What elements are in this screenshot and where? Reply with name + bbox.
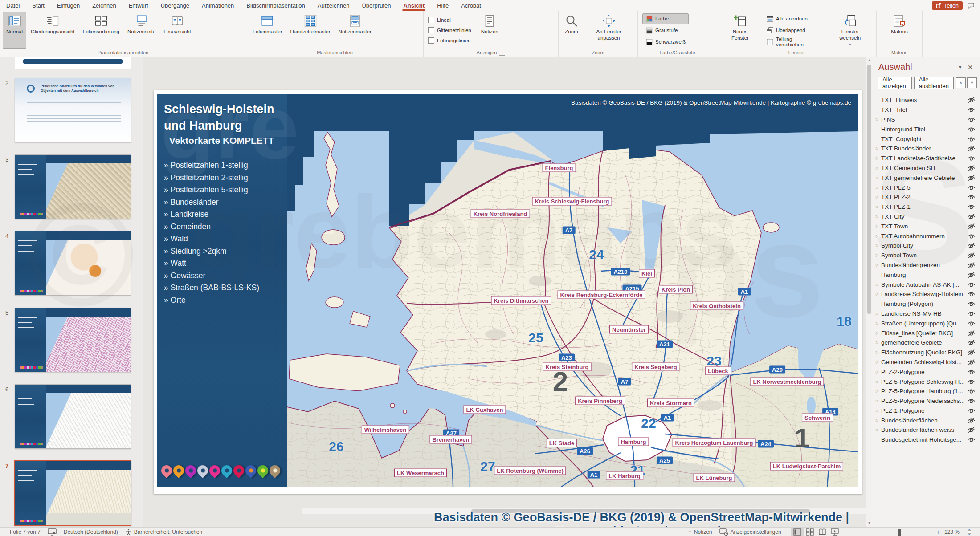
- expand-icon[interactable]: ▷: [876, 283, 881, 287]
- visibility-toggle[interactable]: [964, 427, 980, 433]
- visibility-toggle[interactable]: [964, 146, 980, 151]
- slide-indicator[interactable]: Folie 7 von 7: [6, 528, 44, 536]
- layer-item[interactable]: ▷ Bundesländerflächen: [872, 415, 980, 425]
- zoom-slider-thumb[interactable]: [898, 529, 901, 536]
- visibility-toggle[interactable]: [964, 379, 980, 385]
- slide-thumbnail[interactable]: Praktische ShortCuts für das Verwalten v…: [15, 154, 131, 219]
- display-settings-button[interactable]: Anzeigeeinstellungen: [716, 528, 785, 536]
- gridlines-checkbox[interactable]: Gitternetzlinien: [428, 26, 471, 35]
- expand-icon[interactable]: ▷: [876, 234, 881, 238]
- layer-item[interactable]: ▷ TXT gemeindefreie Gebiete: [872, 173, 980, 183]
- visibility-toggle[interactable]: [964, 282, 980, 288]
- slide-sorter-button[interactable]: Foliensortierung: [79, 12, 123, 49]
- outline-view-button[interactable]: Gliederungsansicht: [27, 12, 78, 49]
- expand-icon[interactable]: ▷: [876, 224, 881, 228]
- switch-windows-button[interactable]: Fenster wechseln⌄: [827, 12, 874, 49]
- layer-item[interactable]: ▷ Bundesländerflächen weiss: [872, 425, 980, 435]
- layer-item[interactable]: ▷ Symbol City: [872, 241, 980, 251]
- slide-thumbnail[interactable]: Praktische ShortCuts für das Verwalten v…: [15, 308, 131, 372]
- expand-icon[interactable]: ▷: [876, 205, 881, 209]
- hide-all-button[interactable]: Alle ausblenden: [914, 77, 954, 89]
- visibility-toggle[interactable]: [964, 272, 980, 278]
- visibility-toggle[interactable]: [964, 359, 980, 365]
- canvas-vertical-scrollbar[interactable]: ▲ ▼: [866, 57, 872, 527]
- visibility-toggle[interactable]: [964, 233, 980, 239]
- visibility-toggle[interactable]: [964, 321, 980, 326]
- slide-thumbnail-1-partial[interactable]: [15, 57, 131, 69]
- layer-item[interactable]: ▷ TXT_Copyright: [872, 134, 980, 144]
- black-white-button[interactable]: Schwarzweiß: [642, 37, 689, 47]
- visibility-toggle[interactable]: [964, 117, 980, 122]
- zoom-slider[interactable]: [856, 532, 932, 532]
- layer-item[interactable]: ▷ Flüsse_lines [Quelle: BKG]: [872, 328, 980, 338]
- fit-slide-button[interactable]: [963, 528, 976, 536]
- arrange-all-button[interactable]: Alle anordnen: [763, 13, 824, 24]
- zoom-in-icon[interactable]: +: [935, 528, 941, 536]
- visibility-toggle[interactable]: [964, 214, 980, 219]
- expand-icon[interactable]: ▷: [876, 399, 881, 403]
- language-indicator[interactable]: Deutsch (Deutschland): [60, 528, 122, 536]
- slide-thumbnail[interactable]: Praktische ShortCuts für das Verwalten v…: [15, 78, 131, 142]
- layer-item[interactable]: ▷ PLZ-1-Polygone: [872, 406, 980, 416]
- layer-item[interactable]: ▷ Landkreise Schleswig-Holstein: [872, 289, 980, 299]
- slide-sorter-toggle[interactable]: [804, 528, 816, 536]
- cascade-button[interactable]: Überlappend: [763, 25, 824, 36]
- layer-item[interactable]: ▷ Bundesgebiet mit Hoheitsge...: [872, 435, 980, 445]
- slide-thumbnail[interactable]: Praktische ShortCuts für das Verwalten v…: [14, 460, 131, 526]
- layer-item[interactable]: ▷ TXT PLZ-2: [872, 192, 980, 202]
- expand-icon[interactable]: ▷: [876, 350, 881, 354]
- visibility-toggle[interactable]: [964, 340, 980, 345]
- layer-item[interactable]: ▷ Straßen (Untergruppen) [Qu...: [872, 318, 980, 328]
- dialog-launcher-icon[interactable]: [499, 49, 505, 56]
- menu-tab[interactable]: Aufzeichnen: [311, 0, 356, 11]
- share-button[interactable]: Teilen: [932, 1, 963, 10]
- visibility-toggle[interactable]: [964, 291, 980, 297]
- menu-tab[interactable]: Start: [26, 0, 50, 11]
- slide-master-button[interactable]: Folienmaster: [249, 12, 286, 49]
- visibility-toggle[interactable]: [964, 398, 980, 404]
- notes-master-button[interactable]: Notizenmaster: [335, 12, 375, 49]
- comments-icon[interactable]: [967, 2, 975, 9]
- move-up-icon[interactable]: ∧: [956, 77, 966, 88]
- slide-thumbnail[interactable]: Praktische ShortCuts für das Verwalten v…: [15, 384, 131, 449]
- layer-item[interactable]: ▷ TXT City: [872, 212, 980, 222]
- move-split-button[interactable]: Teilung verschieben: [763, 37, 824, 47]
- expand-icon[interactable]: ▷: [876, 186, 881, 190]
- visibility-toggle[interactable]: [964, 165, 980, 171]
- grayscale-button[interactable]: Graustufe: [642, 25, 689, 36]
- show-all-button[interactable]: Alle anzeigen: [878, 77, 912, 89]
- menu-tab[interactable]: Datei: [0, 0, 26, 11]
- visibility-toggle[interactable]: [964, 262, 980, 268]
- menu-tab[interactable]: Ansicht: [397, 0, 431, 11]
- visibility-toggle[interactable]: [964, 223, 980, 229]
- layer-item[interactable]: ▷ Hamburg (Polygon): [872, 299, 980, 309]
- expand-icon[interactable]: ▷: [876, 176, 881, 180]
- fit-to-window-button[interactable]: An Fenster anpassen: [583, 12, 635, 49]
- guides-checkbox[interactable]: Führungslinien: [428, 36, 471, 45]
- layer-item[interactable]: ▷ TXT Bundesländer: [872, 144, 980, 154]
- reading-view-toggle[interactable]: [816, 528, 829, 536]
- visibility-toggle[interactable]: [964, 185, 980, 191]
- layer-item[interactable]: ▷ gemeindefreie Gebiete: [872, 338, 980, 348]
- layer-item[interactable]: ▷ Landkreise NS-MV-HB: [872, 309, 980, 319]
- expand-icon[interactable]: ▷: [876, 118, 881, 122]
- normal-view-toggle[interactable]: [791, 528, 804, 536]
- close-icon[interactable]: ✕: [964, 64, 976, 71]
- layer-item[interactable]: ▷ TXT Town: [872, 221, 980, 231]
- expand-icon[interactable]: ▷: [876, 263, 881, 267]
- menu-tab[interactable]: Animationen: [196, 0, 240, 11]
- expand-icon[interactable]: ▷: [876, 195, 881, 199]
- scrollbar-thumb[interactable]: [867, 65, 871, 314]
- spell-check-icon[interactable]: [44, 528, 60, 536]
- reading-view-button[interactable]: Leseansicht: [160, 12, 194, 49]
- expand-icon[interactable]: ▷: [876, 331, 881, 335]
- menu-tab[interactable]: Einfügen: [51, 0, 86, 11]
- expand-icon[interactable]: ▷: [876, 428, 881, 432]
- layer-item[interactable]: ▷ TXT Autobahnnummern: [872, 231, 980, 241]
- expand-icon[interactable]: ▷: [876, 292, 881, 296]
- visibility-toggle[interactable]: [964, 252, 980, 258]
- layer-item[interactable]: ▷ Flächennutzung [Quelle: BKG]: [872, 348, 980, 357]
- menu-tab[interactable]: Übergänge: [155, 0, 196, 11]
- visibility-toggle[interactable]: [964, 126, 980, 132]
- expand-icon[interactable]: ▷: [876, 370, 881, 374]
